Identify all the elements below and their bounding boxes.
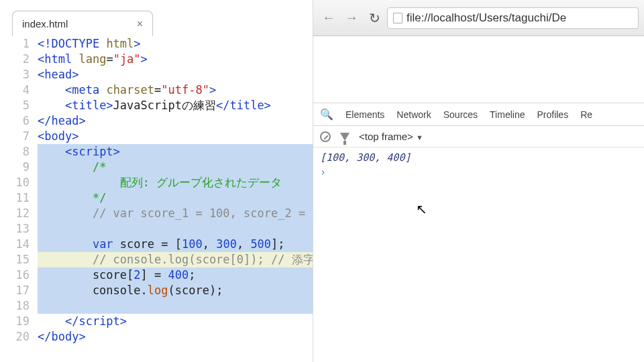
code-line[interactable]: <meta charset="utf-8"> (38, 82, 313, 98)
devtools-tab[interactable]: Sources (443, 109, 478, 120)
code-line[interactable]: </head> (38, 113, 313, 129)
search-icon[interactable]: 🔍 (320, 108, 333, 121)
console-prompt[interactable]: › (320, 166, 637, 178)
code-line[interactable]: <title>JavaScriptの練習</title> (38, 98, 313, 113)
back-button[interactable]: ← (319, 8, 339, 28)
code-line[interactable]: <head> (38, 67, 313, 82)
chevron-down-icon: ▼ (416, 133, 423, 141)
code-line[interactable]: <!DOCTYPE html> (38, 36, 313, 52)
devtools-tab[interactable]: Re (580, 109, 592, 120)
code-line[interactable]: <body> (38, 129, 313, 144)
browser-pane: ← → ↻ file://localhost/Users/taguchi/De … (313, 0, 644, 362)
url-text: file://localhost/Users/taguchi/De (407, 11, 566, 25)
forward-icon: → (345, 10, 358, 25)
devtools-toolbar: <top frame> ▼ (313, 126, 644, 147)
editor-tabbar: index.html × (0, 0, 313, 36)
devtools-tabs: 🔍 ElementsNetworkSourcesTimelineProfiles… (313, 103, 644, 126)
reload-button[interactable]: ↻ (364, 8, 384, 28)
devtools-tab[interactable]: Timeline (490, 109, 525, 120)
url-bar[interactable]: file://localhost/Users/taguchi/De (387, 7, 639, 29)
code-line[interactable] (38, 221, 313, 237)
code-area[interactable]: 1234567891011121314151617181920 <!DOCTYP… (0, 36, 313, 345)
page-viewport[interactable] (313, 36, 644, 103)
devtools: 🔍 ElementsNetworkSourcesTimelineProfiles… (313, 103, 644, 362)
console-output: [100, 300, 400] (320, 152, 637, 164)
code-line[interactable]: var score = [100, 300, 500]; (38, 237, 313, 252)
line-gutter: 1234567891011121314151617181920 (0, 36, 38, 345)
code-line[interactable] (38, 298, 313, 314)
code-line[interactable]: </body> (38, 329, 313, 345)
code-line[interactable]: 配列: グループ化されたデータ (38, 175, 313, 190)
code-line[interactable]: <html lang="ja"> (38, 52, 313, 67)
back-icon: ← (322, 10, 335, 25)
code-line[interactable]: <script> (38, 144, 313, 160)
code-lines[interactable]: <!DOCTYPE html><html lang="ja"><head> <m… (38, 36, 313, 345)
code-line[interactable]: // console.log(score[0]); // 添字 (38, 252, 313, 267)
code-line[interactable]: console.log(score); (38, 283, 313, 298)
frame-label: <top frame> (359, 131, 413, 142)
browser-toolbar: ← → ↻ file://localhost/Users/taguchi/De (313, 0, 644, 36)
filter-icon[interactable] (340, 133, 350, 141)
code-line[interactable]: </script> (38, 314, 313, 329)
close-icon[interactable]: × (137, 18, 143, 30)
console[interactable]: [100, 300, 400] › (313, 147, 644, 362)
devtools-tab[interactable]: Elements (345, 109, 384, 120)
frame-selector[interactable]: <top frame> ▼ (359, 131, 423, 142)
reload-icon: ↻ (369, 10, 380, 26)
code-line[interactable]: score[2] = 400; (38, 267, 313, 283)
editor-tab[interactable]: index.html × (12, 11, 153, 36)
code-line[interactable]: */ (38, 190, 313, 206)
code-line[interactable]: // var score_1 = 100, score_2 = (38, 206, 313, 221)
devtools-tab[interactable]: Profiles (537, 109, 568, 120)
editor-pane: index.html × 123456789101112131415161718… (0, 0, 313, 362)
editor-tab-title: index.html (22, 18, 68, 29)
devtools-tab[interactable]: Network (396, 109, 431, 120)
forward-button[interactable]: → (341, 8, 362, 28)
code-line[interactable]: /* (38, 160, 313, 175)
page-icon (393, 13, 402, 23)
clear-console-icon[interactable] (320, 131, 331, 142)
